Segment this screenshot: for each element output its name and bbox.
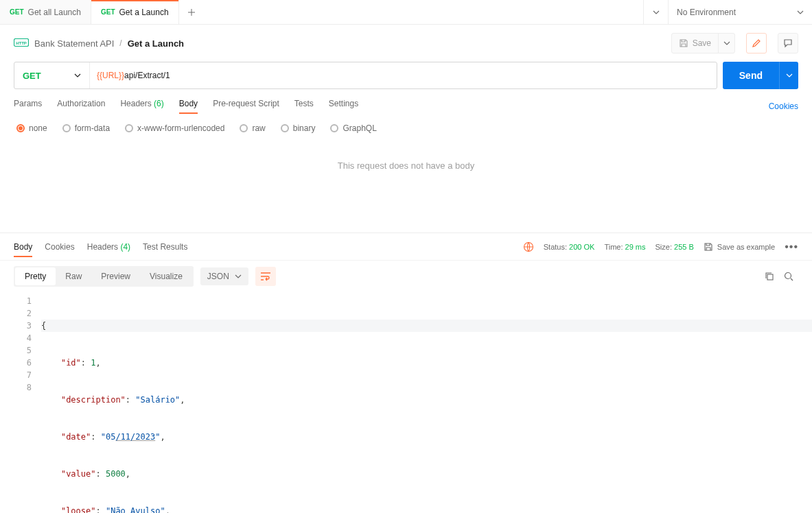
comment-button[interactable] (778, 33, 798, 53)
radio-raw[interactable]: raw (240, 123, 265, 133)
code-content[interactable]: { "id": 1, "description": "Salário", "da… (37, 292, 812, 513)
tab-prerequest[interactable]: Pre-request Script (213, 99, 279, 114)
edit-button[interactable] (746, 33, 767, 53)
svg-rect-3 (767, 274, 773, 280)
breadcrumb-sep: / (119, 38, 121, 48)
view-pretty[interactable]: Pretty (15, 267, 56, 285)
tab-authorization[interactable]: Authorization (57, 99, 105, 114)
http-icon: HTTP (14, 38, 29, 48)
tab-label: Get a Launch (119, 8, 169, 17)
more-actions[interactable]: ••• (785, 241, 798, 253)
copy-icon (765, 272, 774, 281)
view-preview[interactable]: Preview (91, 267, 140, 285)
copy-button[interactable] (760, 267, 779, 286)
response-view-row: Pretty Raw Preview Visualize JSON (0, 260, 812, 292)
svg-point-4 (785, 273, 791, 279)
wrap-lines-button[interactable] (255, 267, 276, 286)
tabs-spacer (204, 0, 643, 24)
tab-headers[interactable]: Headers (6) (120, 99, 163, 114)
radio-graphql[interactable]: GraphQL (330, 123, 376, 133)
line-number: 5 (0, 344, 32, 357)
search-button[interactable] (779, 267, 798, 286)
tab-settings[interactable]: Settings (329, 99, 358, 114)
save-as-example-button[interactable]: Save as example (704, 242, 775, 252)
radio-binary[interactable]: binary (281, 123, 316, 133)
pencil-icon (752, 38, 761, 48)
method-selector[interactable]: GET (14, 62, 90, 88)
view-visualize[interactable]: Visualize (140, 267, 192, 285)
line-number: 2 (0, 307, 32, 320)
line-gutter: 1 2 3 4 5 6 7 8 (0, 292, 37, 513)
send-dropdown[interactable] (779, 62, 798, 89)
url-path: api/Extract/1 (124, 71, 170, 80)
breadcrumb-current: Get a Launch (128, 38, 184, 49)
save-label: Save (693, 38, 711, 48)
comment-icon (783, 38, 793, 48)
search-icon (784, 272, 793, 281)
code-line: { (41, 320, 812, 332)
radio-urlencoded[interactable]: x-www-form-urlencoded (125, 123, 224, 133)
chevron-down-icon (797, 10, 804, 14)
cookies-link[interactable]: Cookies (769, 102, 798, 111)
radio-none[interactable]: none (16, 123, 47, 133)
radio-dot-icon (125, 124, 133, 132)
line-number: 8 (0, 381, 32, 394)
save-dropdown[interactable] (718, 34, 734, 53)
view-tabs: Pretty Raw Preview Visualize (14, 266, 194, 287)
resp-headers-count: (4) (120, 242, 130, 252)
body-empty-message: This request does not have a body (0, 143, 812, 232)
plus-icon (187, 8, 196, 16)
radio-dot-icon (16, 124, 25, 132)
url-variable: {{URL}} (97, 71, 124, 80)
radio-label: binary (293, 123, 316, 133)
body-type-radios: none form-data x-www-form-urlencoded raw… (0, 114, 812, 143)
globe-icon (523, 241, 534, 252)
tab-tests[interactable]: Tests (294, 99, 314, 114)
tab-headers-label: Headers (120, 99, 151, 108)
save-button[interactable]: Save (672, 34, 718, 53)
time-meta: Time: 29 ms (604, 243, 645, 251)
code-line: "loose": "Não Avulso", (41, 505, 812, 513)
resp-tab-body[interactable]: Body (14, 238, 32, 256)
method-badge: GET (10, 8, 24, 16)
tab-params[interactable]: Params (14, 99, 42, 114)
breadcrumb-collection[interactable]: Bank Statement API (34, 38, 114, 49)
resp-tab-testresults[interactable]: Test Results (143, 238, 187, 256)
breadcrumb: HTTP Bank Statement API / Get a Launch S… (0, 25, 812, 62)
environment-label: No Environment (677, 8, 736, 17)
radio-label: x-www-form-urlencoded (137, 123, 224, 133)
response-tabs: Body Cookies Headers (4) Test Results St… (0, 232, 812, 260)
radio-label: form-data (75, 123, 110, 133)
url-input[interactable]: {{URL}}api/Extract/1 (90, 62, 717, 88)
send-button-group: Send (723, 62, 798, 89)
format-selector[interactable]: JSON (200, 267, 248, 285)
radio-label: GraphQL (343, 123, 376, 133)
radio-dot-icon (330, 124, 338, 132)
radio-formdata[interactable]: form-data (62, 123, 110, 133)
view-raw[interactable]: Raw (56, 267, 91, 285)
line-number: 7 (0, 369, 32, 381)
tabs-dropdown[interactable] (643, 0, 668, 24)
tab-get-all-launch[interactable]: GET Get all Launch (0, 0, 91, 24)
tab-body[interactable]: Body (179, 99, 198, 114)
radio-dot-icon (240, 124, 248, 132)
save-icon (704, 242, 713, 252)
send-button[interactable]: Send (723, 62, 779, 89)
chevron-down-icon (786, 73, 793, 77)
resp-tab-headers[interactable]: Headers (4) (87, 238, 130, 256)
new-tab-button[interactable] (179, 0, 204, 24)
request-url-row: GET {{URL}}api/Extract/1 Send (0, 62, 812, 89)
resp-tab-cookies[interactable]: Cookies (45, 238, 74, 256)
radio-label: none (29, 123, 47, 133)
tab-label: Get all Launch (28, 8, 81, 17)
code-line: "id": 1, (41, 357, 812, 369)
radio-label: raw (252, 123, 265, 133)
save-example-label: Save as example (717, 243, 775, 251)
tab-get-a-launch[interactable]: GET Get a Launch (91, 0, 179, 24)
size-meta: Size: 255 B (656, 243, 694, 251)
format-label: JSON (207, 272, 229, 281)
radio-dot-icon (281, 124, 289, 132)
save-button-group: Save (671, 33, 735, 53)
environment-selector[interactable]: No Environment (668, 0, 812, 24)
radio-dot-icon (62, 124, 71, 132)
